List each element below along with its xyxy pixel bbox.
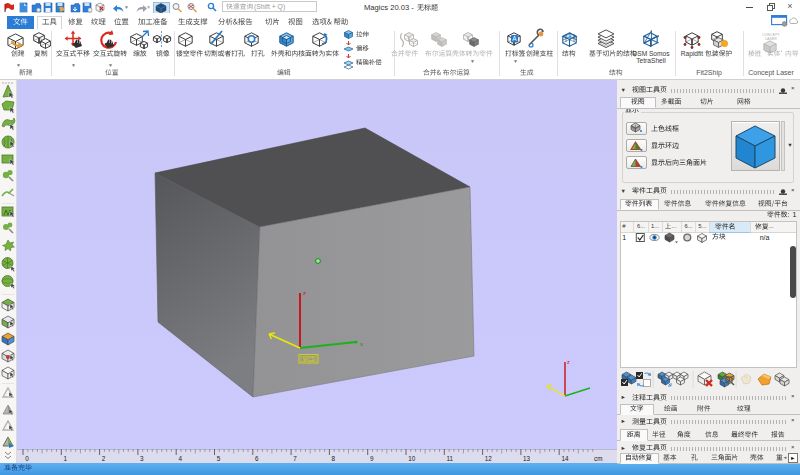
svg-text:9: 9 xyxy=(370,455,374,462)
svg-text:4: 4 xyxy=(178,455,182,462)
svg-text:5: 5 xyxy=(217,455,221,462)
svg-text:3: 3 xyxy=(140,455,144,462)
svg-text:0: 0 xyxy=(25,455,29,462)
svg-text:cm: cm xyxy=(594,455,602,462)
svg-text:1: 1 xyxy=(64,455,68,462)
svg-text:13: 13 xyxy=(523,455,531,462)
svg-text:10: 10 xyxy=(408,455,416,462)
svg-text:z: z xyxy=(567,359,570,365)
svg-text:12: 12 xyxy=(485,455,493,462)
svg-text:11: 11 xyxy=(447,455,454,462)
svg-text:LASER: LASER xyxy=(765,37,777,41)
svg-text:A: A xyxy=(512,35,517,42)
svg-text:z: z xyxy=(303,290,306,296)
svg-text:x: x xyxy=(360,341,363,347)
svg-text:2: 2 xyxy=(102,455,106,462)
svg-text:WCS: WCS xyxy=(303,356,315,362)
svg-text:6: 6 xyxy=(255,455,259,462)
svg-text:7: 7 xyxy=(293,455,297,462)
svg-text:14: 14 xyxy=(561,455,569,462)
svg-text:8: 8 xyxy=(332,455,336,462)
